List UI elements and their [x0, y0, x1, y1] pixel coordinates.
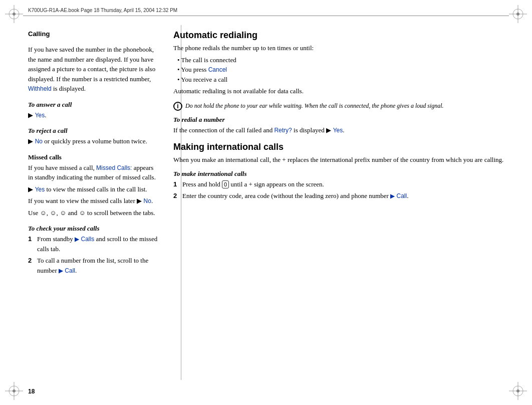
corner-decoration-tl — [5, 5, 23, 23]
right-column: Automatic redialing The phone redials th… — [173, 25, 504, 380]
check-missed-list: 1 From standby ▶ Calls and scroll to the… — [28, 234, 158, 275]
missed-calls-body2: ▶ Yes to view the missed calls in the ca… — [28, 184, 158, 194]
intro-paragraph: If you have saved the number in the phon… — [28, 45, 158, 94]
check-item-1: 1 From standby ▶ Calls and scroll to the… — [28, 234, 158, 254]
missed-calls-body1: If you have missed a call, Missed Calls:… — [28, 163, 158, 182]
auto-bullet-3: You receive a call — [177, 75, 504, 85]
info-note-box: i Do not hold the phone to your ear whil… — [173, 101, 504, 111]
redial-heading: To redial a number — [173, 116, 504, 124]
corner-decoration-br — [509, 382, 527, 400]
content-area: Calling If you have saved the number in … — [28, 25, 504, 380]
missed-calls-scroll: Use ☺, ☺, ☺ and ☺ to scroll between the … — [28, 208, 158, 218]
corner-decoration-tr — [509, 5, 527, 23]
missed-calls-body3: If you want to view the missed calls lat… — [28, 196, 158, 206]
withheld-keyword: Withheld — [28, 85, 52, 92]
answer-call-heading: To answer a call — [28, 101, 158, 109]
intl-calls-body: When you make an international call, the… — [173, 155, 504, 165]
info-note-text: Do not hold the phone to your ear while … — [185, 101, 444, 110]
make-intl-list: 1 Press and hold 0 until a + sign appear… — [173, 179, 504, 201]
redial-body: If the connection of the call failed and… — [173, 125, 504, 135]
auto-redialing-list: The call is connected You press Cancel Y… — [173, 55, 504, 85]
page-number: 18 — [28, 388, 35, 395]
header-text: K700UG-R1A-AE.book Page 18 Thursday, Apr… — [28, 8, 177, 13]
reject-call-heading: To reject a call — [28, 127, 158, 135]
header-bar: K700UG-R1A-AE.book Page 18 Thursday, Apr… — [23, 5, 509, 16]
intl-calls-heading: Making international calls — [173, 142, 504, 152]
check-item-2: 2 To call a number from the list, scroll… — [28, 256, 158, 275]
auto-redialing-note: Automatic redialing is not available for… — [173, 86, 504, 96]
missed-calls-heading: Missed calls — [28, 153, 158, 161]
left-column: Calling If you have saved the number in … — [28, 25, 158, 380]
check-missed-heading: To check your missed calls — [28, 225, 158, 233]
answer-call-body: ▶ Yes. — [28, 110, 158, 120]
auto-bullet-2: You press Cancel — [177, 65, 504, 75]
make-intl-item-1: 1 Press and hold 0 until a + sign appear… — [173, 179, 504, 189]
zero-key-icon: 0 — [222, 180, 229, 188]
info-icon: i — [173, 102, 182, 111]
auto-redialing-intro: The phone redials the number up to ten t… — [173, 43, 504, 53]
section-title: Calling — [28, 30, 158, 38]
make-intl-heading: To make international calls — [173, 170, 504, 178]
auto-redialing-heading: Automatic redialing — [173, 30, 504, 41]
corner-decoration-bl — [5, 382, 23, 400]
make-intl-item-2: 2 Enter the country code, area code (wit… — [173, 191, 504, 201]
reject-call-body: ▶ No or quickly press a volume button tw… — [28, 136, 158, 146]
auto-bullet-1: The call is connected — [177, 55, 504, 65]
